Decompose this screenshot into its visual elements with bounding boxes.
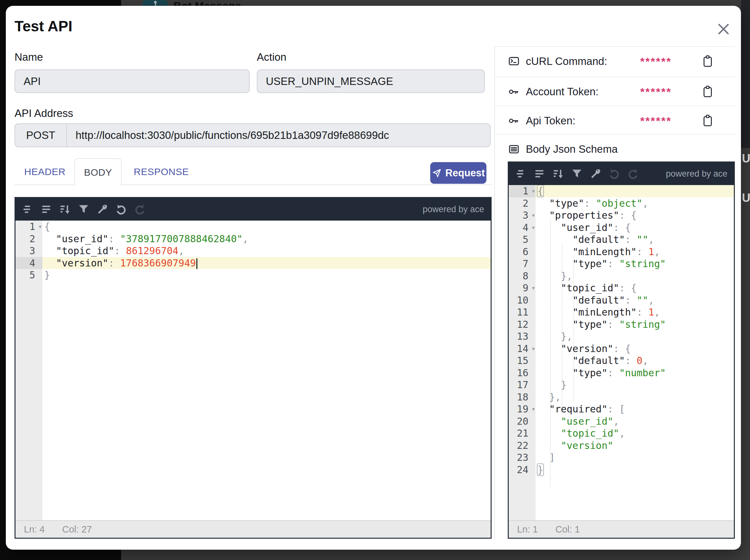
api-token-label: Api Token: <box>526 115 576 127</box>
copy-icon[interactable] <box>702 114 713 127</box>
code-line: 1▾{ <box>16 221 491 233</box>
fold-arrow-icon[interactable]: ▾ <box>531 282 535 294</box>
account-token-row: Account Token: ****** <box>508 77 734 106</box>
format-indent-icon[interactable] <box>515 168 526 179</box>
code-line: 8 }, <box>509 270 734 282</box>
fold-arrow-icon[interactable]: ▾ <box>531 222 535 234</box>
gutter-cell: 8 <box>509 270 535 282</box>
action-input[interactable] <box>257 69 485 93</box>
code-line-text: }, <box>535 270 734 282</box>
copy-icon[interactable] <box>702 55 713 68</box>
code-line: 14▾ "version": { <box>509 343 734 355</box>
code-line: 1▾{ <box>509 185 734 197</box>
code-line: 3▾ "properties": { <box>509 209 734 222</box>
fold-arrow-icon[interactable]: ▾ <box>531 209 535 222</box>
redo-icon[interactable] <box>134 204 145 215</box>
code-line: 12 "type": "string" <box>509 318 734 331</box>
code-line-text: "default": 0, <box>535 355 734 367</box>
filter-icon[interactable] <box>571 168 583 179</box>
editor-status-bar: Ln: 1 Col: 1 <box>509 520 734 538</box>
api-token-row: Api Token: ****** <box>508 106 734 135</box>
curl-command-label: cURL Command: <box>526 55 607 67</box>
code-line: 10 "default": "", <box>509 294 734 306</box>
tab-header[interactable]: HEADER <box>24 158 65 185</box>
code-line: 21 "topic_id", <box>509 427 734 440</box>
api-url-field[interactable]: http://localhost:3030/public/functions/6… <box>67 129 389 141</box>
copy-icon[interactable] <box>702 85 713 98</box>
sort-icon[interactable] <box>553 168 564 179</box>
code-line-text: "default": "", <box>535 234 734 246</box>
code-line: 2 "user_id": "3789177007888462840", <box>16 233 491 245</box>
gutter-cell: 5 <box>16 269 42 281</box>
code-line-text: "required": [ <box>535 403 734 415</box>
request-button[interactable]: Request <box>430 162 487 184</box>
code-line-text: } <box>42 269 491 281</box>
curl-masked-value: ****** <box>640 55 672 68</box>
align-lines-icon[interactable] <box>534 168 545 179</box>
gutter-cell: 14▾ <box>509 343 535 355</box>
gutter-cell: 4▾ <box>509 222 535 234</box>
undo-icon[interactable] <box>116 204 126 215</box>
code-line-text: { <box>535 185 734 197</box>
wrench-icon[interactable] <box>97 204 108 215</box>
code-line: 15 "default": 0, <box>509 355 734 367</box>
code-line-text: "user_id": "3789177007888462840", <box>42 233 491 245</box>
align-lines-icon[interactable] <box>41 204 52 215</box>
code-line-text: "default": "", <box>535 294 734 306</box>
schema-json-editor: powered by ace 1▾{2 "type": "object",3▾ … <box>508 161 735 539</box>
filter-icon[interactable] <box>78 204 89 215</box>
gutter-cell: 16 <box>509 367 535 379</box>
code-line-text: }, <box>535 391 734 403</box>
gutter-cell: 2 <box>509 197 535 209</box>
code-line: 4 "version": 1768366907949 <box>16 257 491 269</box>
gutter-cell: 22 <box>509 440 535 452</box>
backdrop-right-block <box>741 0 750 148</box>
gutter-cell: 1▾ <box>16 221 42 233</box>
gutter-cell: 21 <box>509 427 535 440</box>
gutter-cell: 19▾ <box>509 403 535 415</box>
gutter-cell: 2 <box>16 233 42 245</box>
fold-arrow-icon[interactable]: ▾ <box>531 185 535 197</box>
gutter-cell: 11 <box>509 306 535 318</box>
api-address-bar: POST http://localhost:3030/public/functi… <box>15 123 491 147</box>
tab-response[interactable]: RESPONSE <box>134 158 189 185</box>
gutter-cell: 1▾ <box>509 185 535 197</box>
powered-by-ace-label: powered by ace <box>666 169 727 179</box>
fold-arrow-icon[interactable]: ▾ <box>38 221 42 233</box>
close-icon[interactable] <box>716 21 731 37</box>
fold-arrow-icon[interactable]: ▾ <box>531 343 535 355</box>
editor-toolbar: powered by ace <box>509 162 734 185</box>
body-editor-code-area[interactable]: 1▾{2 "user_id": "3789177007888462840",3 … <box>16 221 491 520</box>
tab-body[interactable]: BODY <box>74 158 122 186</box>
format-indent-icon[interactable] <box>22 204 33 215</box>
code-line: 23 ] <box>509 452 734 464</box>
fold-arrow-icon[interactable]: ▾ <box>531 403 535 415</box>
sort-icon[interactable] <box>59 204 71 215</box>
powered-by-ace-label: powered by ace <box>422 204 484 215</box>
action-label: Action <box>257 51 287 63</box>
code-line: 4▾ "user_id": { <box>509 222 734 234</box>
gutter-cell: 4 <box>16 257 42 269</box>
code-line-text: "properties": { <box>535 209 734 222</box>
editor-toolbar: powered by ace <box>16 198 491 221</box>
send-icon <box>432 168 441 178</box>
redo-icon[interactable] <box>628 168 638 179</box>
http-method-badge: POST <box>15 129 66 141</box>
api-token-masked-value: ****** <box>640 115 672 127</box>
gutter-cell: 5 <box>509 234 535 246</box>
name-input[interactable] <box>15 69 250 93</box>
key-icon <box>508 115 519 126</box>
code-line: 13 }, <box>509 331 734 343</box>
code-line-text: "type": "string" <box>535 318 734 331</box>
code-line: 5} <box>16 269 491 281</box>
name-label: Name <box>15 51 43 63</box>
undo-icon[interactable] <box>609 168 620 179</box>
schema-editor-code-area[interactable]: 1▾{2 "type": "object",3▾ "properties": {… <box>509 185 734 520</box>
code-line-text: "topic_id": { <box>535 282 734 294</box>
gutter-cell: 24 <box>509 464 535 476</box>
line-indicator: Ln: 1 <box>517 524 538 535</box>
api-address-label: API Address <box>15 107 73 120</box>
gutter-cell: 18 <box>509 391 535 403</box>
code-line-text: "topic_id": 861296704, <box>42 245 491 257</box>
wrench-icon[interactable] <box>590 168 601 179</box>
